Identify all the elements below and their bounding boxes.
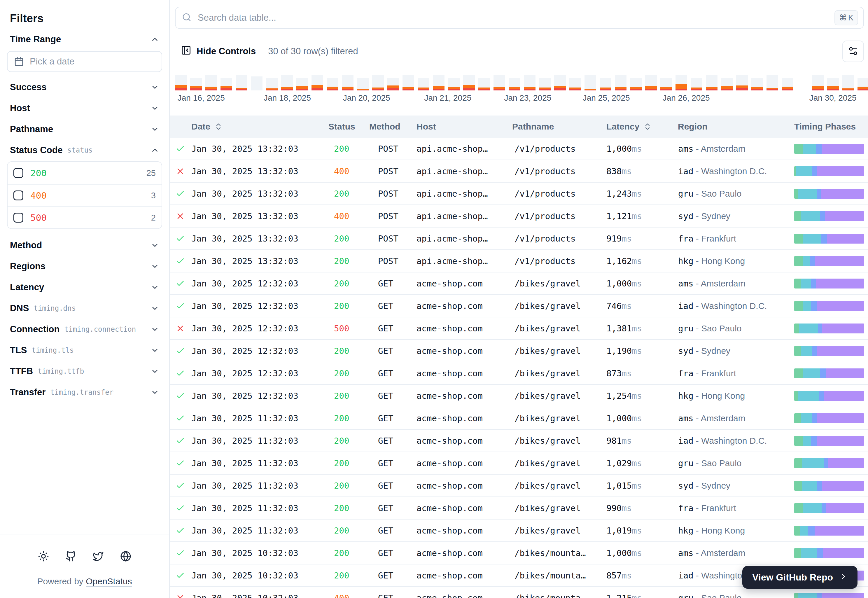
- column-header-method[interactable]: Method: [369, 122, 413, 132]
- table-row[interactable]: Jan 30, 2025 13:32:03400POSTapi.acme-sho…: [170, 160, 868, 182]
- filter-section-pathname[interactable]: Pathname: [7, 123, 162, 136]
- filter-section-regions[interactable]: Regions: [7, 260, 162, 273]
- column-header-region[interactable]: Region: [675, 122, 792, 132]
- checkbox[interactable]: [13, 213, 23, 223]
- timeline-bar[interactable]: [478, 75, 490, 90]
- timeline-bar[interactable]: [493, 75, 505, 90]
- column-header-date[interactable]: Date: [191, 122, 329, 132]
- timeline-bar[interactable]: [691, 75, 702, 90]
- timeline-bar[interactable]: [751, 75, 763, 90]
- table-row[interactable]: Jan 30, 2025 11:32:03200GETacme-shop.com…: [170, 430, 868, 452]
- timeline-bar[interactable]: [660, 75, 672, 90]
- timeline-bar[interactable]: [372, 75, 384, 90]
- timeline-bar[interactable]: [584, 75, 596, 90]
- view-github-repo-button[interactable]: View GitHub Repo: [742, 566, 858, 589]
- table-row[interactable]: Jan 30, 2025 13:32:03200POSTapi.acme-sho…: [170, 227, 868, 250]
- timeline-bar[interactable]: [433, 75, 445, 90]
- status-option-200[interactable]: 20025: [7, 162, 161, 184]
- timeline-bar[interactable]: [251, 75, 263, 90]
- table-row[interactable]: Jan 30, 2025 11:32:03200GETacme-shop.com…: [170, 475, 868, 497]
- column-header-timing-phases[interactable]: Timing Phases: [792, 122, 868, 132]
- timeline-bar[interactable]: [463, 75, 475, 90]
- timeline-bar[interactable]: [221, 75, 232, 90]
- timeline-bar[interactable]: [842, 75, 854, 90]
- timeline-bar[interactable]: [630, 75, 642, 90]
- timeline-bar[interactable]: [524, 75, 535, 90]
- timeline-bar[interactable]: [509, 75, 520, 90]
- timeline-bar[interactable]: [266, 75, 278, 90]
- filter-section-method[interactable]: Method: [7, 239, 162, 252]
- timeline-bar[interactable]: [706, 75, 717, 90]
- timeline-bar[interactable]: [736, 75, 748, 90]
- timeline-bar[interactable]: [782, 75, 793, 90]
- filter-section-dns[interactable]: DNStiming.dns: [7, 302, 162, 315]
- twitter-button[interactable]: [93, 551, 104, 562]
- table-row[interactable]: Jan 30, 2025 12:32:03200GETacme-shop.com…: [170, 295, 868, 317]
- globe-button[interactable]: [120, 551, 131, 562]
- timeline-bar[interactable]: [675, 75, 687, 90]
- timeline-bar[interactable]: [539, 75, 551, 90]
- timeline-bar[interactable]: [236, 75, 247, 90]
- filter-section-time-range[interactable]: Time Range: [7, 33, 162, 46]
- filter-section-transfer[interactable]: Transfertiming.transfer: [7, 386, 162, 399]
- hide-controls-button[interactable]: Hide Controls: [181, 45, 256, 58]
- timeline-bar[interactable]: [645, 75, 657, 90]
- table-row[interactable]: Jan 30, 2025 11:32:03200GETacme-shop.com…: [170, 520, 868, 542]
- table-row[interactable]: Jan 30, 2025 12:32:03200GETacme-shop.com…: [170, 362, 868, 385]
- table-row[interactable]: Jan 30, 2025 10:32:03200GETacme-shop.com…: [170, 542, 868, 564]
- search-bar[interactable]: ⌘K: [175, 7, 864, 29]
- timeline-bar[interactable]: [281, 75, 293, 90]
- timeline-bar[interactable]: [569, 75, 581, 90]
- filter-section-ttfb[interactable]: TTFBtiming.ttfb: [7, 365, 162, 378]
- checkbox[interactable]: [13, 190, 23, 200]
- timeline-bar[interactable]: [827, 75, 839, 90]
- timeline-bar[interactable]: [858, 75, 868, 90]
- timeline-bar[interactable]: [554, 75, 566, 90]
- filter-section-success[interactable]: Success: [7, 81, 162, 94]
- table-row[interactable]: Jan 30, 2025 12:32:03200GETacme-shop.com…: [170, 340, 868, 362]
- filter-section-connection[interactable]: Connectiontiming.connection: [7, 323, 162, 336]
- timeline-bar[interactable]: [387, 75, 399, 90]
- table-row[interactable]: Jan 30, 2025 11:32:03200GETacme-shop.com…: [170, 452, 868, 475]
- timeline-bar[interactable]: [766, 75, 778, 90]
- timeline-bar[interactable]: [205, 75, 217, 90]
- checkbox[interactable]: [13, 168, 23, 178]
- status-option-500[interactable]: 5002: [7, 206, 161, 229]
- date-picker-input[interactable]: Pick a date: [7, 51, 162, 72]
- sun-button[interactable]: [38, 551, 49, 562]
- table-row[interactable]: Jan 30, 2025 13:32:03400POSTapi.acme-sho…: [170, 205, 868, 227]
- table-row[interactable]: Jan 30, 2025 12:32:03500GETacme-shop.com…: [170, 317, 868, 340]
- column-header-host[interactable]: Host: [413, 122, 509, 132]
- timeline-bar[interactable]: [448, 75, 460, 90]
- timeline-bar[interactable]: [296, 75, 308, 90]
- timeline-bar[interactable]: [342, 75, 354, 90]
- filter-section-host[interactable]: Host: [7, 102, 162, 115]
- timeline-bar[interactable]: [327, 75, 338, 90]
- timeline-bar[interactable]: [175, 75, 187, 90]
- timeline-bar[interactable]: [190, 75, 202, 90]
- column-header-pathname[interactable]: Pathname: [509, 122, 603, 132]
- filter-section-latency[interactable]: Latency: [7, 281, 162, 294]
- filter-section-tls[interactable]: TLStiming.tls: [7, 344, 162, 357]
- timeline-bar[interactable]: [357, 75, 369, 90]
- search-input[interactable]: [197, 12, 829, 23]
- column-header-status[interactable]: Status: [329, 122, 369, 132]
- timeline-bar[interactable]: [402, 75, 414, 90]
- table-row[interactable]: Jan 30, 2025 11:32:03200GETacme-shop.com…: [170, 407, 868, 430]
- timeline-bar[interactable]: [615, 75, 626, 90]
- table-row[interactable]: Jan 30, 2025 13:32:03200POSTapi.acme-sho…: [170, 250, 868, 272]
- github-button[interactable]: [65, 551, 76, 562]
- table-settings-button[interactable]: [842, 40, 864, 62]
- timeline-bar[interactable]: [418, 75, 429, 90]
- table-row[interactable]: Jan 30, 2025 11:32:03200GETacme-shop.com…: [170, 497, 868, 520]
- openstatus-link[interactable]: OpenStatus: [86, 576, 132, 586]
- status-option-400[interactable]: 4003: [7, 184, 161, 206]
- table-row[interactable]: Jan 30, 2025 13:32:03200POSTapi.acme-sho…: [170, 182, 868, 205]
- filter-section-status-code[interactable]: Status Codestatus: [7, 144, 162, 157]
- table-row[interactable]: Jan 30, 2025 12:32:03200GETacme-shop.com…: [170, 272, 868, 295]
- table-row[interactable]: Jan 30, 2025 13:32:03200POSTapi.acme-sho…: [170, 138, 868, 160]
- timeline-bar[interactable]: [600, 75, 611, 90]
- table-row[interactable]: Jan 30, 2025 12:32:03200GETacme-shop.com…: [170, 385, 868, 407]
- timeline-bar[interactable]: [721, 75, 733, 90]
- timeline-bar[interactable]: [812, 75, 824, 90]
